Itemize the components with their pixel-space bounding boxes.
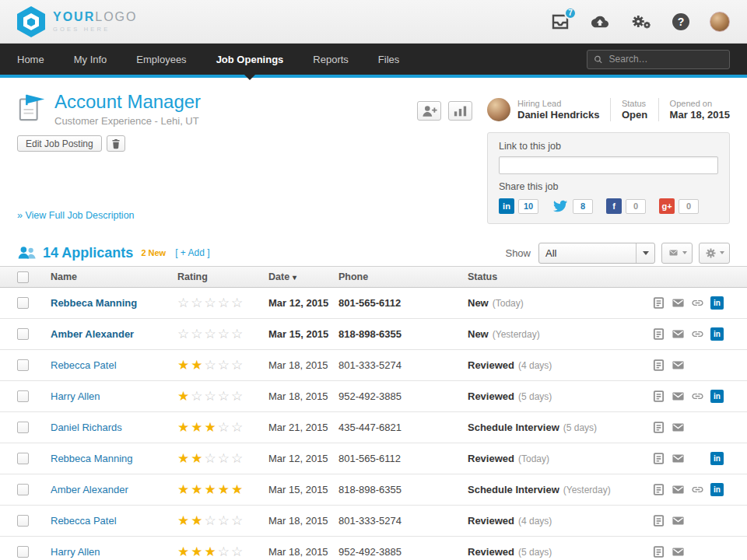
star-icon[interactable]: ★ <box>191 544 202 560</box>
row-checkbox[interactable] <box>17 546 29 558</box>
mail-icon[interactable] <box>672 327 691 341</box>
resume-icon[interactable] <box>652 390 672 404</box>
add-applicant-button[interactable] <box>417 101 441 121</box>
star-icon[interactable]: ☆ <box>231 295 243 311</box>
star-icon[interactable]: ★ <box>177 544 189 560</box>
resume-icon[interactable] <box>652 452 672 466</box>
applicant-name-link[interactable]: Amber Alexander <box>51 328 134 340</box>
linkedin-icon[interactable]: in <box>710 327 730 341</box>
star-icon[interactable]: ★ <box>177 481 189 498</box>
applicant-row[interactable]: Harry Allen★★★☆☆Mar 18, 2015952-492-3885… <box>0 537 747 560</box>
linkedin-icon[interactable]: in <box>710 296 730 310</box>
star-icon[interactable]: ☆ <box>218 450 230 467</box>
star-icon[interactable]: ☆ <box>205 513 216 529</box>
star-icon[interactable]: ★ <box>191 513 202 529</box>
resume-icon[interactable] <box>652 483 672 497</box>
star-icon[interactable]: ☆ <box>177 326 189 342</box>
star-icon[interactable]: ☆ <box>191 295 202 311</box>
applicant-name-link[interactable]: Harry Allen <box>51 390 100 402</box>
link-icon[interactable] <box>691 483 710 497</box>
applicant-row[interactable]: Harry Allen★☆☆☆☆Mar 18, 2015952-492-3885… <box>0 381 747 412</box>
upload-button[interactable] <box>590 13 610 30</box>
job-link-input[interactable] <box>499 156 718 174</box>
star-icon[interactable]: ☆ <box>231 450 243 467</box>
applicant-name-link[interactable]: Rebecca Patel <box>51 515 117 527</box>
star-icon[interactable]: ☆ <box>218 357 230 373</box>
star-icon[interactable]: ☆ <box>205 326 216 342</box>
select-all-checkbox[interactable] <box>17 271 29 283</box>
add-applicant-link[interactable]: [ + Add ] <box>175 247 209 258</box>
row-checkbox[interactable] <box>17 422 29 433</box>
star-icon[interactable]: ★ <box>205 481 216 498</box>
applicant-row[interactable]: Rebbeca Manning☆☆☆☆☆Mar 12, 2015801-565-… <box>0 288 747 319</box>
row-checkbox[interactable] <box>17 453 29 464</box>
star-icon[interactable]: ☆ <box>218 295 230 311</box>
link-icon[interactable] <box>691 327 710 341</box>
column-status[interactable]: Status <box>468 271 652 282</box>
applicant-row[interactable]: Daniel Richards★★★☆☆Mar 21, 2015435-447-… <box>0 412 747 443</box>
star-icon[interactable]: ☆ <box>218 388 230 404</box>
link-icon[interactable] <box>691 296 710 310</box>
nav-job-openings[interactable]: Job Openings <box>216 44 284 75</box>
logo[interactable]: YOURLOGO GOES HERE <box>17 6 137 37</box>
star-icon[interactable]: ★ <box>231 481 243 498</box>
edit-job-posting-button[interactable]: Edit Job Posting <box>17 135 102 152</box>
star-icon[interactable]: ★ <box>191 357 202 373</box>
star-icon[interactable]: ☆ <box>205 388 216 404</box>
nav-my-info[interactable]: My Info <box>74 44 107 75</box>
linkedin-icon[interactable]: in <box>710 483 730 497</box>
user-avatar[interactable] <box>710 12 730 32</box>
star-icon[interactable]: ★ <box>191 450 202 467</box>
settings-button[interactable] <box>630 12 652 30</box>
applicant-name-link[interactable]: Amber Alexander <box>51 484 128 495</box>
twitter-share-button[interactable]: 8 <box>552 199 593 214</box>
star-icon[interactable]: ★ <box>205 419 216 436</box>
star-icon[interactable]: ☆ <box>231 388 243 404</box>
mail-icon[interactable] <box>672 296 691 310</box>
column-name[interactable]: Name <box>51 271 177 282</box>
star-icon[interactable]: ★ <box>177 388 189 404</box>
mail-icon[interactable] <box>672 514 691 528</box>
star-icon[interactable]: ★ <box>177 419 189 436</box>
nav-search[interactable] <box>587 50 730 69</box>
star-icon[interactable]: ★ <box>177 357 189 373</box>
row-checkbox[interactable] <box>17 515 29 527</box>
star-icon[interactable]: ★ <box>177 450 189 467</box>
resume-icon[interactable] <box>652 359 672 373</box>
nav-files[interactable]: Files <box>378 44 399 75</box>
star-icon[interactable]: ☆ <box>231 513 243 529</box>
applicant-name-link[interactable]: Rebecca Patel <box>51 359 117 371</box>
linkedin-icon[interactable]: in <box>710 390 730 404</box>
star-icon[interactable]: ☆ <box>218 513 230 529</box>
column-phone[interactable]: Phone <box>338 271 468 282</box>
table-settings-button[interactable] <box>699 243 730 264</box>
mail-icon[interactable] <box>672 359 691 373</box>
star-icon[interactable]: ★ <box>218 481 230 498</box>
applicant-name-link[interactable]: Harry Allen <box>51 546 100 558</box>
star-icon[interactable]: ☆ <box>191 326 202 342</box>
mail-icon[interactable] <box>672 545 691 559</box>
view-full-description-link[interactable]: » View Full Job Description <box>17 210 135 221</box>
applicant-name-link[interactable]: Rebbeca Manning <box>51 297 137 309</box>
star-icon[interactable]: ☆ <box>191 388 202 404</box>
nav-employees[interactable]: Employees <box>136 44 186 75</box>
hiring-lead-avatar[interactable] <box>487 98 510 121</box>
applicant-name-link[interactable]: Rebbeca Manning <box>51 453 133 464</box>
row-checkbox[interactable] <box>17 484 29 495</box>
applicant-name-link[interactable]: Daniel Richards <box>51 422 122 433</box>
star-icon[interactable]: ☆ <box>218 326 230 342</box>
column-date[interactable]: Date ▾ <box>268 271 338 282</box>
star-icon[interactable]: ☆ <box>205 295 216 311</box>
linkedin-icon[interactable]: in <box>710 452 730 466</box>
star-icon[interactable]: ☆ <box>205 357 216 373</box>
mail-icon[interactable] <box>672 390 691 404</box>
star-icon[interactable]: ☆ <box>205 450 216 467</box>
star-icon[interactable]: ★ <box>177 513 189 529</box>
applicant-row[interactable]: Amber Alexander★★★★★Mar 15, 2015818-898-… <box>0 474 747 506</box>
row-checkbox[interactable] <box>17 297 29 309</box>
email-actions-button[interactable] <box>661 243 693 264</box>
help-button[interactable]: ? <box>672 13 689 30</box>
star-icon[interactable]: ★ <box>205 544 216 560</box>
job-stats-button[interactable] <box>448 101 472 121</box>
resume-icon[interactable] <box>652 545 672 559</box>
